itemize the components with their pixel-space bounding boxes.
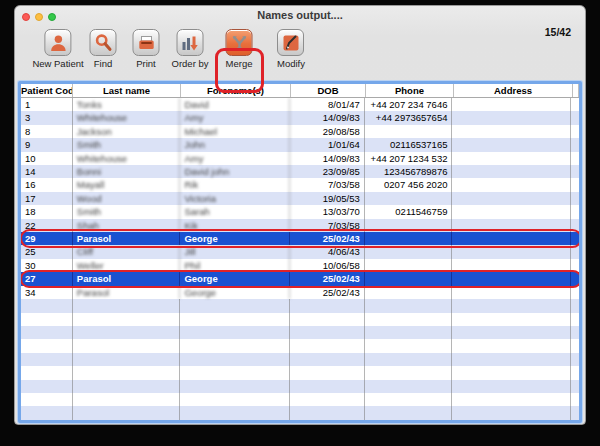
table-row-empty[interactable] — [21, 339, 579, 352]
cell-phone[interactable]: +44 207 234 7646 — [365, 98, 453, 111]
cell-fore[interactable]: John — [180, 138, 290, 151]
cell-address[interactable] — [452, 205, 571, 218]
cell-code[interactable]: 17 — [21, 192, 73, 205]
cell-fore[interactable]: George — [180, 232, 290, 245]
cell-phone[interactable]: 123456789876 — [365, 165, 453, 178]
merge-button[interactable]: Merge — [226, 29, 253, 69]
cell-last[interactable]: Smith — [73, 205, 181, 218]
cell-address[interactable] — [452, 272, 571, 285]
column-header-patient-code[interactable]: Patient Code — [21, 84, 73, 97]
cell-phone[interactable] — [365, 125, 453, 138]
cell-address[interactable] — [452, 178, 571, 191]
cell-code[interactable]: 25 — [21, 245, 73, 258]
cell-phone[interactable] — [365, 245, 453, 258]
cell-dob[interactable]: 10/06/58 — [290, 259, 365, 272]
cell-code[interactable]: 29 — [21, 232, 73, 245]
cell-phone[interactable]: +44 2973657654 — [365, 111, 453, 124]
cell-last[interactable]: Tonks — [73, 98, 181, 111]
cell-last[interactable]: Parasol — [73, 286, 181, 299]
table-row-empty[interactable] — [21, 406, 579, 419]
column-header-dob[interactable]: DOB — [291, 84, 366, 97]
order-by-button[interactable]: Order by — [172, 29, 209, 69]
table-row[interactable]: 22ShahKik7/03/58 — [21, 219, 579, 232]
cell-fore[interactable]: David john — [180, 165, 290, 178]
cell-phone[interactable]: 02116537165 — [365, 138, 453, 151]
cell-last[interactable]: Parasol — [73, 232, 181, 245]
cell-fore[interactable]: Victoria — [180, 192, 290, 205]
table-row-empty[interactable] — [21, 326, 579, 339]
cell-dob[interactable]: 14/09/83 — [290, 111, 365, 124]
cell-last[interactable]: Jackson — [73, 125, 181, 138]
cell-phone[interactable] — [365, 219, 453, 232]
cell-address[interactable] — [452, 138, 571, 151]
cell-address[interactable] — [452, 232, 571, 245]
column-header-spacer[interactable] — [573, 84, 579, 97]
cell-last[interactable]: Whitehouse — [73, 111, 181, 124]
cell-dob[interactable]: 29/08/58 — [290, 125, 365, 138]
cell-fore[interactable]: Kik — [180, 219, 290, 232]
cell-code[interactable]: 8 — [21, 125, 73, 138]
cell-last[interactable]: Wood — [73, 192, 181, 205]
cell-dob[interactable]: 23/09/85 — [290, 165, 365, 178]
table-row-empty[interactable] — [21, 393, 579, 406]
cell-address[interactable] — [452, 125, 571, 138]
cell-code[interactable]: 9 — [21, 138, 73, 151]
cell-last[interactable]: Bonni — [73, 165, 181, 178]
cell-last[interactable]: Whitehouse — [73, 152, 181, 165]
cell-address[interactable] — [452, 219, 571, 232]
cell-dob[interactable]: 1/01/64 — [290, 138, 365, 151]
cell-phone[interactable] — [365, 272, 453, 285]
cell-fore[interactable]: David — [180, 98, 290, 111]
cell-dob[interactable]: 13/03/70 — [290, 205, 365, 218]
cell-code[interactable]: 16 — [21, 178, 73, 191]
cell-address[interactable] — [452, 98, 571, 111]
cell-phone[interactable]: 0211546759 — [365, 205, 453, 218]
cell-code[interactable]: 14 — [21, 165, 73, 178]
find-button[interactable]: Find — [90, 29, 117, 69]
cell-address[interactable] — [452, 111, 571, 124]
cell-fore[interactable]: George — [180, 286, 290, 299]
cell-code[interactable]: 27 — [21, 272, 73, 285]
column-header-forename-s-[interactable]: Forename(s) — [181, 84, 291, 97]
cell-code[interactable]: 18 — [21, 205, 73, 218]
cell-fore[interactable]: Amy — [180, 111, 290, 124]
cell-phone[interactable]: 0207 456 2020 — [365, 178, 453, 191]
cell-dob[interactable]: 7/03/58 — [290, 178, 365, 191]
column-header-phone[interactable]: Phone — [366, 84, 454, 97]
cell-dob[interactable]: 19/05/53 — [290, 192, 365, 205]
cell-address[interactable] — [452, 152, 571, 165]
table-row[interactable]: 18SmithSarah13/03/700211546759 — [21, 205, 579, 218]
print-button[interactable]: Print — [133, 29, 160, 69]
table-row[interactable]: 25CliffJill4/06/43 — [21, 245, 579, 258]
cell-last[interactable]: Mayall — [73, 178, 181, 191]
cell-code[interactable]: 3 — [21, 111, 73, 124]
cell-code[interactable]: 1 — [21, 98, 73, 111]
cell-fore[interactable]: Sarah — [180, 205, 290, 218]
cell-fore[interactable]: George — [180, 272, 290, 285]
table-row[interactable]: 34ParasolGeorge25/02/43 — [21, 286, 579, 299]
cell-fore[interactable]: Michael — [180, 125, 290, 138]
table-row-empty[interactable] — [21, 299, 579, 312]
cell-dob[interactable]: 7/03/58 — [290, 219, 365, 232]
cell-last[interactable]: Weller — [73, 259, 181, 272]
modify-button[interactable]: Modify — [277, 29, 305, 69]
column-header-address[interactable]: Address — [454, 84, 573, 97]
table-row-empty[interactable] — [21, 380, 579, 393]
cell-code[interactable]: 34 — [21, 286, 73, 299]
table-row[interactable]: 1TonksDavid8/01/47+44 207 234 7646 — [21, 98, 579, 111]
cell-last[interactable]: Cliff — [73, 245, 181, 258]
table-row[interactable]: 10WhitehouseAmy14/09/83+44 207 1234 532 — [21, 152, 579, 165]
cell-phone[interactable] — [365, 232, 453, 245]
cell-dob[interactable]: 25/02/43 — [290, 286, 365, 299]
table-row[interactable]: 17WoodVictoria19/05/53 — [21, 192, 579, 205]
table-row[interactable]: 16MayallRik7/03/580207 456 2020 — [21, 178, 579, 191]
cell-fore[interactable]: Phil — [180, 259, 290, 272]
table-row[interactable]: 30WellerPhil10/06/58 — [21, 259, 579, 272]
cell-address[interactable] — [452, 245, 571, 258]
column-header-last-name[interactable]: Last name — [73, 84, 181, 97]
cell-fore[interactable]: Amy — [180, 152, 290, 165]
cell-fore[interactable]: Rik — [180, 178, 290, 191]
table-row[interactable]: 8JacksonMichael29/08/58 — [21, 125, 579, 138]
cell-fore[interactable]: Jill — [180, 245, 290, 258]
cell-code[interactable]: 10 — [21, 152, 73, 165]
